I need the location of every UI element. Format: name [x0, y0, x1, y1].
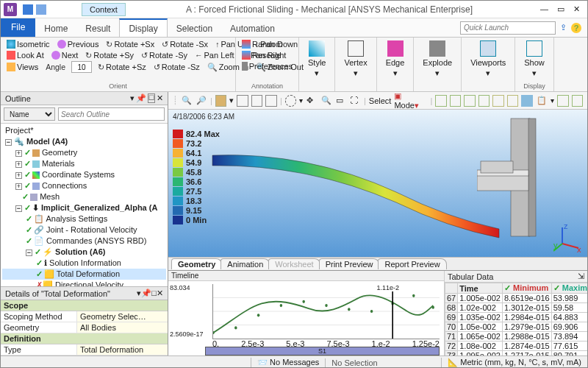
outline-tree[interactable]: Project* −🔩 Model (A4) +✓Geometry +✓Mate…: [1, 124, 168, 286]
tabular-expand-icon[interactable]: ⇲: [578, 272, 584, 281]
mode-button[interactable]: ▣ Mode▾: [394, 91, 427, 110]
tab-home[interactable]: Home: [35, 18, 76, 37]
tree-geometry[interactable]: +✓Geometry: [2, 147, 166, 158]
tree-analysis[interactable]: −✓⬇ Implicit_Generalized_Alpha (A: [2, 202, 166, 213]
tree-coordsys[interactable]: +✓Coordinate Systems: [2, 169, 166, 180]
graph-step-bar[interactable]: S1: [205, 347, 440, 355]
outline-filter-select[interactable]: Name: [4, 107, 55, 121]
pan-left-button[interactable]: ←Pan Left: [193, 50, 235, 60]
vt-i5[interactable]: [492, 95, 504, 107]
status-units[interactable]: 📐 Metric (mm, kg, N, °C, s, mV, mA): [441, 358, 587, 367]
panel-close-icon[interactable]: □: [148, 93, 155, 103]
help-icon[interactable]: ?: [571, 23, 581, 33]
tree-solution[interactable]: −✓⚡ Solution (A6): [2, 247, 166, 258]
rotate-py-button[interactable]: ↻Rotate +Sy: [84, 50, 135, 60]
vt-i9[interactable]: [572, 95, 584, 107]
tree-total-deformation[interactable]: ✓🟨 Total Deformation: [2, 269, 166, 280]
viewport-3d[interactable]: 4/18/2006 6:23 AM 82.4 Max73.264.154.945…: [168, 110, 587, 257]
tabular-body[interactable]: Time✓ Minimum✓ Maximum671.005e-0028.6519…: [445, 283, 587, 355]
tree-mesh[interactable]: ✓Mesh: [2, 191, 166, 202]
tab-selection[interactable]: Selection: [168, 18, 221, 37]
chevron-down-icon[interactable]: ▾: [229, 96, 234, 105]
graph-plot[interactable]: 1.11e-2: [212, 284, 440, 339]
outline-search-input[interactable]: [58, 107, 165, 121]
vt-i8[interactable]: [557, 95, 569, 107]
graph-body[interactable]: 83.034 2.5609e-17 1.11e-2 0.2.5e-35.e-37…: [168, 281, 444, 355]
vertex-button[interactable]: Vertex▾: [340, 39, 371, 79]
share-icon[interactable]: ⇪: [560, 23, 567, 32]
angle-input[interactable]: [71, 61, 92, 73]
next-button[interactable]: Next: [50, 50, 80, 60]
preferences-button[interactable]: Preferences: [240, 61, 294, 71]
previous-button[interactable]: Previous: [56, 39, 101, 49]
vt-i7[interactable]: [521, 95, 533, 107]
rotate-icon[interactable]: [285, 95, 297, 107]
rotate-my-button[interactable]: ↺Rotate -Sy: [140, 50, 189, 60]
isometric-button[interactable]: Isometric: [5, 39, 51, 49]
scoping-method-value[interactable]: Geometry Selec…: [77, 311, 168, 322]
context-tab[interactable]: Context: [82, 3, 126, 16]
tree-connections[interactable]: +✓Connections: [2, 180, 166, 191]
look-at-button[interactable]: Look At: [5, 50, 46, 60]
details-close-icon[interactable]: ✕: [157, 289, 163, 297]
box-zoom-icon[interactable]: ▭: [335, 95, 347, 107]
views-button[interactable]: Views: [5, 62, 40, 72]
gtab-print[interactable]: Print Preview: [319, 258, 380, 269]
tab-display[interactable]: Display: [119, 18, 167, 37]
rotate-mz-button[interactable]: ↺Rotate -Sz: [152, 62, 201, 72]
vt-i2[interactable]: [450, 95, 462, 107]
show-button[interactable]: Show▾: [520, 39, 549, 79]
tree-directional-velocity[interactable]: ✗🟨 Directional Velocity: [2, 280, 166, 286]
tree-model[interactable]: −🔩 Model (A4): [2, 136, 166, 147]
gtab-report[interactable]: Report Preview: [378, 258, 446, 269]
vt-i4[interactable]: [478, 95, 490, 107]
tree-project[interactable]: Project*: [2, 125, 166, 136]
geometry-value[interactable]: All Bodies: [77, 322, 168, 333]
type-value[interactable]: Total Deformation: [77, 344, 168, 355]
details-definition-group[interactable]: Definition: [1, 333, 168, 344]
gtab-animation[interactable]: Animation: [220, 258, 270, 269]
gtab-geometry[interactable]: Geometry: [171, 258, 222, 269]
details-scope-group[interactable]: Scope: [1, 300, 168, 311]
vt-i3[interactable]: [464, 95, 476, 107]
edge-button[interactable]: Edge▾: [381, 39, 409, 79]
quick-launch-input[interactable]: [460, 21, 556, 35]
qat-save-icon[interactable]: [23, 4, 33, 15]
style-button[interactable]: Style▾: [304, 39, 330, 79]
file-tab[interactable]: File: [1, 18, 35, 37]
rotate-mx-button[interactable]: ↺Rotate -Sx: [160, 39, 209, 49]
pin-icon[interactable]: 📌: [136, 93, 146, 103]
details-pin-icon[interactable]: 📌: [141, 289, 151, 297]
tab-automation[interactable]: Automation: [221, 18, 284, 37]
rotate-px-button[interactable]: ↻Rotate +Sx: [104, 39, 156, 49]
viewports-button[interactable]: Viewports▾: [466, 39, 510, 79]
gtab-worksheet[interactable]: Worksheet: [268, 258, 320, 269]
wire3-icon[interactable]: [265, 95, 277, 107]
random-button[interactable]: Random: [240, 39, 294, 49]
dropdown-icon[interactable]: ▾: [130, 93, 135, 103]
fit-icon[interactable]: ⛶: [349, 95, 361, 107]
panel-x-icon[interactable]: ✕: [157, 93, 163, 103]
tree-solution-info[interactable]: ✓ℹ Solution Information: [2, 258, 166, 269]
close-icon[interactable]: ✕: [573, 4, 580, 14]
vt-i1[interactable]: [435, 95, 447, 107]
explode-button[interactable]: Explode▾: [418, 39, 456, 79]
zoom-icon[interactable]: 🔎: [196, 95, 207, 107]
shaded-icon[interactable]: [215, 95, 227, 107]
zoom-fit-icon[interactable]: 🔍: [181, 95, 193, 107]
tree-commands[interactable]: ✓📄 Commandes (ANSYS RBD): [2, 236, 166, 247]
details-box-icon[interactable]: □: [151, 289, 157, 297]
pan-icon[interactable]: ✥: [306, 95, 318, 107]
rotate-pz-button[interactable]: ↻Rotate +Sz: [96, 62, 148, 72]
tree-joint-velocity[interactable]: ✓🔗 Joint - Rotational Velocity: [2, 224, 166, 236]
maximize-icon[interactable]: ▭: [557, 4, 564, 14]
tree-materials[interactable]: +✓Materials: [2, 158, 166, 169]
wire2-icon[interactable]: [251, 95, 263, 107]
zoom2-icon[interactable]: 🔍: [320, 95, 332, 107]
rescale-button[interactable]: Rescale: [240, 50, 294, 60]
wire-icon[interactable]: [237, 95, 248, 107]
vt-i6[interactable]: [507, 95, 519, 107]
minimize-icon[interactable]: —: [540, 4, 548, 14]
vt-clipboard-icon[interactable]: 📋: [536, 95, 548, 107]
qat-dropdown-icon[interactable]: [36, 4, 46, 15]
